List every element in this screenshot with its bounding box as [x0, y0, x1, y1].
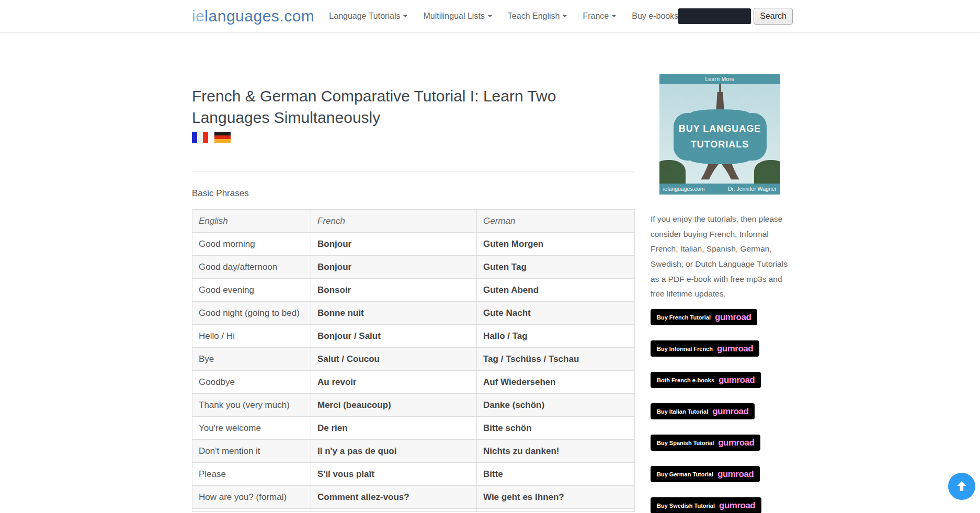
- gumroad-button-buy-spanish-tutorial[interactable]: Buy Spanish Tutorialgumroad: [651, 435, 760, 451]
- col-header-french: French: [311, 210, 477, 233]
- french-cell: [311, 509, 477, 512]
- gumroad-button-label: Buy German Tutorial: [657, 471, 713, 477]
- scroll-to-top-button[interactable]: [948, 473, 975, 500]
- gumroad-logo: gumroad: [718, 438, 754, 448]
- main-column: French & German Comparative Tutorial I: …: [192, 32, 634, 512]
- german-cell: Danke (schön): [477, 394, 635, 417]
- search-input[interactable]: [678, 8, 751, 24]
- tutorials-pitch-text: If you enjoy the tutorials, then please …: [651, 212, 788, 302]
- gumroad-button-buy-swedish-tutorial[interactable]: Buy Swedish Tutorialgumroad: [651, 497, 761, 513]
- col-header-english: English: [192, 210, 311, 233]
- gumroad-logo: gumroad: [715, 312, 751, 323]
- section-label: Basic Phrases: [192, 188, 634, 199]
- promo-credits-bar: ielanguages.com Dr. Jennifer Wagner: [659, 184, 780, 195]
- table-row: You're welcomeDe rienBitte schön: [192, 417, 635, 440]
- nav-item-language-tutorials[interactable]: Language Tutorials: [329, 12, 407, 21]
- french-cell: Comment allez-vous?: [311, 486, 477, 509]
- gumroad-logo: gumroad: [717, 344, 753, 354]
- english-cell: Good day/afternoon: [192, 256, 311, 279]
- english-cell: [192, 509, 311, 512]
- col-header-german: German: [477, 210, 635, 233]
- buy-tutorials-promo-image[interactable]: Learn More BUY LANGUAGE TUTORIALS ielang…: [659, 74, 780, 195]
- nav-item-label: Multilingual Lists: [423, 12, 484, 20]
- gumroad-button-buy-german-tutorial[interactable]: Buy German Tutorialgumroad: [651, 466, 760, 482]
- tree-icon: [754, 160, 780, 185]
- french-cell: De rien: [311, 417, 477, 440]
- german-cell: Hallo / Tag: [477, 325, 635, 348]
- nav-links: Language TutorialsMultilingual ListsTeac…: [329, 12, 678, 21]
- logo-prefix: ie: [192, 7, 204, 25]
- nav-item-buy-e-books[interactable]: Buy e-books: [632, 12, 678, 21]
- phrases-table: English French German Good morningBonjou…: [192, 209, 635, 512]
- french-cell: S'il vous plaît: [311, 463, 477, 486]
- logo-suffix: languages.com: [204, 7, 314, 25]
- french-flag-icon: [192, 132, 208, 143]
- table-row: PleaseS'il vous plaîtBitte: [192, 463, 635, 486]
- promo-credit-author: Dr. Jennifer Wagner: [728, 184, 777, 195]
- gumroad-button-buy-informal-french[interactable]: Buy Informal Frenchgumroad: [651, 340, 759, 357]
- german-cell: [477, 509, 635, 512]
- german-cell: Guten Tag: [477, 256, 635, 279]
- nav-item-france[interactable]: France: [583, 12, 616, 21]
- english-cell: You're welcome: [192, 417, 311, 440]
- nav-item-teach-english[interactable]: Teach English: [508, 12, 567, 21]
- german-cell: Wie geht es Ihnen?: [477, 486, 635, 509]
- table-row: Good eveningBonsoirGuten Abend: [192, 279, 635, 302]
- divider: [192, 171, 634, 172]
- table-row: Hello / HiBonjour / SalutHallo / Tag: [192, 325, 635, 348]
- german-cell: Gute Nacht: [477, 302, 635, 325]
- nav-item-label: Teach English: [508, 12, 560, 20]
- promo-title-line2: TUTORIALS: [678, 137, 762, 153]
- german-cell: Auf Wiedersehen: [477, 371, 635, 394]
- french-cell: Il n'y a pas de quoi: [311, 440, 477, 463]
- tree-icon: [659, 160, 686, 185]
- search-form: Search: [678, 8, 793, 25]
- french-cell: Bonjour: [311, 233, 477, 256]
- table-row: Good day/afternoonBonjourGuten Tag: [192, 256, 635, 279]
- chevron-down-icon: [488, 15, 492, 17]
- table-row: Don't mention itIl n'y a pas de quoiNich…: [192, 440, 635, 463]
- english-cell: Thank you (very much): [192, 394, 311, 417]
- gumroad-logo: gumroad: [712, 406, 748, 417]
- german-cell: Nichts zu danken!: [477, 440, 635, 463]
- german-cell: Tag / Tschüss / Tschau: [477, 348, 635, 371]
- table-header-row: English French German: [192, 210, 635, 233]
- nav-item-label: Buy e-books: [632, 12, 678, 20]
- site-logo[interactable]: ielanguages.com: [192, 7, 314, 25]
- table-row: Good morningBonjourGuten Morgen: [192, 233, 635, 256]
- gumroad-button-label: Buy Informal French: [657, 346, 713, 352]
- flags-row: [192, 132, 634, 143]
- french-cell: Au revoir: [311, 371, 477, 394]
- german-cell: Bitte: [477, 463, 635, 486]
- english-cell: Good evening: [192, 279, 311, 302]
- english-cell: How are you? (formal): [192, 486, 311, 509]
- gumroad-button-label: Both French e-books: [657, 377, 714, 383]
- table-row: ByeSalut / CoucouTag / Tschüss / Tschau: [192, 348, 635, 371]
- gumroad-button-both-french-e-books[interactable]: Both French e-booksgumroad: [651, 372, 761, 388]
- gumroad-logo: gumroad: [717, 469, 754, 480]
- english-cell: Please: [192, 463, 311, 486]
- arrow-up-icon: [955, 480, 968, 493]
- table-row: Good night (going to bed)Bonne nuitGute …: [192, 302, 635, 325]
- english-cell: Don't mention it: [192, 440, 311, 463]
- german-cell: Bitte schön: [477, 417, 635, 440]
- chevron-down-icon: [403, 15, 407, 17]
- gumroad-button-label: Buy Spanish Tutorial: [657, 440, 714, 446]
- promo-learn-more-banner: Learn More: [659, 74, 780, 84]
- gumroad-button-buy-italian-tutorial[interactable]: Buy Italian Tutorialgumroad: [651, 403, 755, 419]
- table-row: How are you? (formal)Comment allez-vous?…: [192, 486, 635, 509]
- chevron-down-icon: [612, 15, 616, 17]
- english-cell: Good morning: [192, 233, 311, 256]
- french-cell: Bonjour: [311, 256, 477, 279]
- nav-item-multilingual-lists[interactable]: Multilingual Lists: [423, 12, 492, 21]
- phrases-table-body: English French German Good morningBonjou…: [192, 210, 635, 512]
- gumroad-button-buy-french-tutorial[interactable]: Buy French Tutorialgumroad: [651, 309, 757, 325]
- search-button[interactable]: Search: [754, 8, 793, 25]
- gumroad-logo: gumroad: [719, 500, 755, 511]
- table-row: GoodbyeAu revoirAuf Wiedersehen: [192, 371, 635, 394]
- french-cell: Bonne nuit: [311, 302, 477, 325]
- gumroad-button-list: Buy French TutorialgumroadBuy Informal F…: [651, 309, 788, 513]
- french-cell: Bonjour / Salut: [311, 325, 477, 348]
- gumroad-logo: gumroad: [719, 375, 755, 385]
- gumroad-button-label: Buy Swedish Tutorial: [657, 503, 715, 509]
